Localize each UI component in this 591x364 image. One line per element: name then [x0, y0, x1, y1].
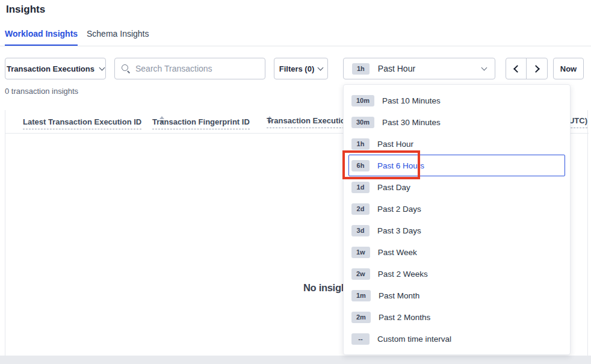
chevron-right-icon [532, 65, 540, 73]
chevron-down-icon [99, 64, 105, 70]
column-header-transaction-execution[interactable]: Transaction Execution [267, 116, 350, 128]
filters-label: Filters (0) [279, 64, 315, 73]
next-interval-button[interactable] [527, 58, 547, 79]
chevron-down-icon [481, 64, 487, 70]
tab-workload-label: Workload Insights [5, 29, 78, 39]
time-option-past-2-days[interactable]: 2d Past 2 Days [348, 198, 565, 220]
time-interval-select[interactable]: 1h Past Hour [343, 58, 495, 79]
page-bottom-strip [0, 356, 591, 364]
execution-type-label: Transaction Executions [7, 64, 94, 73]
now-label: Now [560, 64, 577, 73]
time-interval-badge: 1h [352, 63, 370, 75]
time-option-past-3-days[interactable]: 3d Past 3 Days [348, 220, 565, 241]
time-option-past-2-months[interactable]: 2m Past 2 Months [348, 306, 565, 328]
filters-button[interactable]: Filters (0) [274, 58, 328, 79]
now-button[interactable]: Now [553, 58, 584, 79]
search-icon [121, 64, 131, 73]
search-box[interactable] [114, 58, 265, 79]
page-title: Insights [6, 4, 45, 16]
tab-schema-label: Schema Insights [87, 29, 149, 39]
time-option-past-2-weeks[interactable]: 2w Past 2 Weeks [348, 263, 565, 285]
time-option-past-10-minutes[interactable]: 10m Past 10 Minutes [348, 90, 565, 111]
active-tab-underline [5, 45, 78, 46]
tab-schema-insights[interactable]: Schema Insights [87, 29, 149, 39]
time-option-past-hour[interactable]: 1h Past Hour [348, 133, 565, 155]
tab-bar: Workload Insights Schema Insights [0, 28, 591, 46]
time-interval-dropdown: 10m Past 10 Minutes 30m Past 30 Minutes … [343, 84, 571, 355]
time-option-past-30-minutes[interactable]: 30m Past 30 Minutes [348, 111, 565, 133]
column-header-latest-transaction-execution-id[interactable]: Latest Transaction Execution ID [23, 116, 164, 129]
time-interval-label: Past Hour [378, 64, 415, 73]
search-input[interactable] [135, 64, 259, 73]
tab-workload-insights[interactable]: Workload Insights [5, 29, 78, 39]
results-count: 0 transaction insights [5, 87, 78, 96]
execution-type-select[interactable]: Transaction Executions [5, 58, 106, 79]
time-pager [506, 58, 548, 79]
time-option-past-week[interactable]: 1w Past Week [348, 241, 565, 263]
time-option-past-month[interactable]: 1m Past Month [348, 285, 565, 306]
time-option-past-day[interactable]: 1d Past Day [348, 176, 565, 198]
chevron-down-icon [318, 64, 324, 70]
previous-interval-button[interactable] [506, 58, 527, 79]
column-header-transaction-fingerprint-id[interactable]: Transaction Fingerprint ID [152, 116, 272, 129]
time-option-custom-interval[interactable]: -- Custom time interval [348, 328, 565, 350]
time-option-past-6-hours[interactable]: 6h Past 6 Hours [348, 155, 565, 176]
chevron-left-icon [513, 65, 521, 73]
